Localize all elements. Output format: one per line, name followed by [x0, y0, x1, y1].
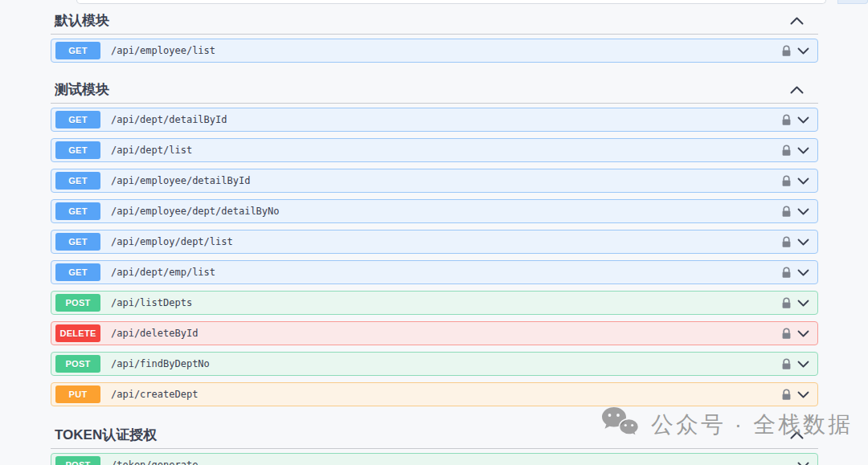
- section-token-auth: TOKEN认证授权 POST /token/generate: [51, 419, 818, 465]
- filter-input-remnant[interactable]: [76, 0, 826, 4]
- lock-icon[interactable]: [781, 175, 792, 187]
- lock-icon[interactable]: [781, 206, 792, 218]
- endpoint-row[interactable]: DELETE /api/deleteById: [51, 321, 818, 345]
- method-badge: GET: [55, 233, 100, 251]
- endpoint-path: /api/dept/emp/list: [111, 267, 781, 278]
- section-title: 默认模块: [55, 11, 109, 30]
- chevron-down-icon[interactable]: [797, 208, 809, 215]
- lock-icon[interactable]: [781, 389, 792, 401]
- section-header[interactable]: TOKEN认证授权: [51, 419, 818, 449]
- chevron-down-icon[interactable]: [797, 239, 809, 246]
- lock-icon[interactable]: [781, 267, 792, 279]
- lock-icon[interactable]: [781, 145, 792, 157]
- method-badge: GET: [55, 141, 100, 159]
- section-default-module: 默认模块 GET /api/employee/list: [51, 5, 818, 63]
- endpoint-path: /api/dept/detailById: [111, 114, 781, 125]
- endpoint-row[interactable]: GET /api/dept/detailById: [51, 108, 818, 132]
- api-doc-list: 默认模块 GET /api/employee/list 测试模块 GET /ap…: [51, 5, 818, 465]
- endpoint-path: /api/employee/dept/detailByNo: [111, 206, 781, 217]
- chevron-down-icon[interactable]: [797, 330, 809, 337]
- method-badge: PUT: [55, 385, 100, 403]
- lock-icon[interactable]: [781, 358, 792, 370]
- endpoint-row[interactable]: GET /api/dept/emp/list: [51, 260, 818, 284]
- endpoint-row[interactable]: GET /api/dept/list: [51, 138, 818, 162]
- endpoint-path: /api/deleteById: [111, 328, 781, 339]
- lock-icon[interactable]: [781, 114, 792, 126]
- chevron-up-icon[interactable]: [790, 17, 804, 25]
- lock-icon[interactable]: [781, 297, 792, 309]
- method-badge: DELETE: [55, 324, 100, 342]
- endpoint-row[interactable]: GET /api/employee/list: [51, 39, 818, 63]
- lock-icon[interactable]: [781, 45, 792, 57]
- endpoint-row[interactable]: GET /api/employee/dept/detailByNo: [51, 199, 818, 223]
- button-remnant[interactable]: [837, 0, 868, 4]
- endpoint-path: /api/listDepts: [111, 297, 781, 308]
- lock-icon[interactable]: [781, 236, 792, 248]
- endpoint-row[interactable]: POST /token/generate: [51, 453, 818, 465]
- chevron-down-icon[interactable]: [797, 300, 809, 307]
- method-badge: GET: [55, 111, 100, 128]
- endpoint-row[interactable]: GET /api/employee/detailById: [51, 169, 818, 193]
- endpoint-path: /api/createDept: [111, 389, 781, 400]
- method-badge: GET: [55, 202, 100, 220]
- section-test-module: 测试模块 GET /api/dept/detailById GET /api/d…: [51, 74, 818, 406]
- method-badge: POST: [55, 294, 100, 312]
- chevron-down-icon[interactable]: [797, 147, 809, 154]
- chevron-up-icon[interactable]: [790, 86, 804, 94]
- chevron-down-icon[interactable]: [797, 391, 809, 398]
- chevron-down-icon[interactable]: [797, 177, 809, 185]
- chevron-down-icon[interactable]: [797, 116, 809, 124]
- endpoint-path: /api/findByDeptNo: [111, 358, 781, 369]
- section-title: TOKEN认证授权: [55, 426, 157, 444]
- top-cropped-remnants: [0, 0, 868, 5]
- endpoint-row[interactable]: PUT /api/createDept: [51, 382, 818, 406]
- chevron-down-icon[interactable]: [797, 462, 809, 465]
- endpoint-row[interactable]: POST /api/listDepts: [51, 291, 818, 315]
- method-badge: POST: [55, 355, 100, 373]
- section-title: 测试模块: [55, 80, 109, 99]
- endpoint-path: /api/employee/detailById: [111, 175, 781, 186]
- method-badge: GET: [55, 172, 100, 190]
- lock-icon[interactable]: [781, 328, 792, 340]
- chevron-down-icon[interactable]: [797, 47, 809, 55]
- method-badge: GET: [55, 263, 100, 281]
- endpoint-path: /api/dept/list: [111, 145, 781, 156]
- endpoint-path: /api/employ/dept/list: [111, 236, 781, 247]
- endpoint-row[interactable]: GET /api/employ/dept/list: [51, 230, 818, 254]
- section-header[interactable]: 测试模块: [51, 74, 818, 104]
- endpoint-path: /token/generate: [111, 459, 797, 465]
- endpoint-path: /api/employee/list: [111, 45, 781, 56]
- chevron-down-icon[interactable]: [797, 269, 809, 276]
- chevron-down-icon[interactable]: [797, 361, 809, 368]
- method-badge: POST: [55, 456, 100, 465]
- method-badge: GET: [55, 42, 100, 59]
- chevron-up-icon[interactable]: [790, 431, 804, 439]
- section-header[interactable]: 默认模块: [51, 5, 818, 35]
- endpoint-row[interactable]: POST /api/findByDeptNo: [51, 352, 818, 376]
